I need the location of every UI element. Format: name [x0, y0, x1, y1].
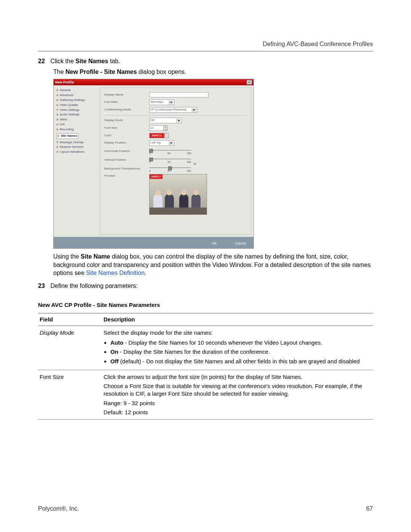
- separator: [104, 115, 247, 115]
- label-line-rate: Line Rate:: [104, 100, 149, 104]
- slider-mid: 50: [167, 152, 170, 155]
- label-conf-mode: Conferencing Mode:: [104, 108, 149, 112]
- sidebar-item-recording[interactable]: Recording: [57, 128, 99, 132]
- sub-bold: New Profile - Site Names: [65, 69, 137, 75]
- bg-trans-value: 50: [193, 162, 196, 166]
- ok-button[interactable]: OK: [203, 240, 226, 246]
- sidebar-item-general[interactable]: General: [57, 88, 99, 93]
- chevron-down-icon: [169, 101, 173, 104]
- opt-on-text: - Display the Site Names for the duratio…: [118, 348, 270, 355]
- display-position-select[interactable]: Left Top: [149, 140, 174, 146]
- dialog-sidebar: General Advanced Gathering Settings Vide…: [54, 85, 100, 237]
- horizontal-position-slider[interactable]: 0 50 100: [149, 148, 191, 155]
- conf-mode-value: CP (Continuous Presence): [150, 108, 186, 112]
- sidebar-item-site-names[interactable]: Site Names: [57, 133, 78, 139]
- slider-max: 100: [186, 152, 191, 155]
- opt-auto: Auto: [110, 339, 123, 346]
- slider-mid: 50: [167, 169, 170, 173]
- vertical-position-slider[interactable]: 0 50 100: [149, 157, 191, 163]
- cancel-button[interactable]: Cancel: [229, 240, 252, 246]
- dialog-main-panel: Display Name: Line Rate: 384 Kbps Confer…: [100, 88, 251, 235]
- step-22: 22 Click the Site Names tab.: [38, 57, 373, 66]
- new-profile-dialog: New Profile x General Advanced Gathering…: [53, 79, 254, 249]
- p-post: .: [145, 270, 146, 276]
- step-22-sub: The New Profile - Site Names dialog box …: [53, 68, 373, 76]
- desc-font-size: Click the arrows to adjust the font size…: [102, 370, 373, 419]
- table-row: Font Size Click the arrows to adjust the…: [38, 370, 373, 419]
- sidebar-item-advanced[interactable]: Advanced: [57, 93, 99, 97]
- label-bg-trans: Background Transparency:: [104, 167, 149, 171]
- sidebar-item-message-overlay[interactable]: Message Overlay: [57, 141, 99, 145]
- close-icon[interactable]: x: [247, 80, 252, 85]
- display-position-value: Left Top: [150, 141, 161, 145]
- step-text: Define the following parameters:: [49, 283, 138, 289]
- preview-tag: AaBbCc: [150, 174, 162, 179]
- chevron-down-icon: [192, 108, 196, 112]
- preview-image: AaBbCc: [149, 174, 207, 215]
- label-font-size: Font Size:: [104, 126, 149, 130]
- params-table: Field Description Display Mode Select th…: [38, 313, 373, 420]
- chevron-down-icon: [177, 119, 181, 123]
- sidebar-item-gathering[interactable]: Gathering Settings: [57, 98, 99, 102]
- using-paragraph: Using the Site Name dialog box, you can …: [53, 252, 373, 277]
- sidebar-item-audio-settings[interactable]: Audio Settings: [57, 113, 99, 117]
- display-mode-select[interactable]: Off: [149, 118, 182, 123]
- color-sample: AaBbCc: [149, 133, 164, 138]
- label-preview: Preview: [104, 174, 149, 178]
- line-rate-select[interactable]: 384 Kbps: [149, 99, 174, 105]
- bg-transparency-slider[interactable]: 0 50 100: [149, 165, 191, 172]
- chevron-down-icon: [164, 133, 169, 138]
- slider-min: 0: [149, 152, 151, 155]
- slider-min: 0: [149, 169, 151, 173]
- sidebar-item-ivr[interactable]: IVR: [57, 123, 99, 127]
- label-v-pos: Vertical Position:: [104, 158, 149, 162]
- field-font-size: Font Size: [38, 370, 102, 419]
- line-rate-value: 384 Kbps: [150, 100, 163, 104]
- list-item: Auto - Display the Site Names for 10 sec…: [110, 339, 371, 347]
- font-size-stepper[interactable]: 12▲▼: [149, 125, 168, 131]
- p2: Choose a Font Size that is suitable for …: [104, 382, 371, 398]
- dialog-footer: OK Cancel: [54, 237, 253, 248]
- dialog-titlebar: New Profile x: [54, 79, 253, 85]
- display-mode-value: Off: [150, 118, 155, 123]
- slider-max: 100: [186, 160, 191, 164]
- sidebar-item-video-quality[interactable]: Video Quality: [57, 103, 99, 107]
- sidebar-item-skins[interactable]: Skins: [57, 118, 99, 122]
- sub-pre: The: [53, 69, 65, 75]
- opt-off-text: (default) - Do not display the Site Name…: [119, 358, 360, 364]
- th-description: Description: [102, 313, 373, 326]
- opt-auto-text: - Display the Site Names for 10 seconds …: [123, 339, 322, 346]
- page-number: 67: [366, 505, 373, 513]
- conf-mode-select[interactable]: CP (Continuous Presence): [149, 107, 197, 113]
- p4: Default: 12 points: [104, 409, 371, 416]
- list-item: Off (default) - Do not display the Site …: [110, 358, 371, 365]
- step-number: 22: [38, 57, 49, 66]
- list-item: On - Display the Site Names for the dura…: [110, 348, 371, 356]
- table-caption: New AVC CP Profile - Site Names Paramete…: [38, 301, 373, 309]
- label-display-name: Display Name:: [104, 93, 149, 97]
- site-names-definition-link[interactable]: Site Names Definition: [86, 270, 145, 276]
- label-display-mode: Display Mode:: [104, 118, 149, 123]
- color-picker[interactable]: AaBbCc: [149, 133, 169, 138]
- slider-min: 0: [149, 160, 151, 164]
- label-display-pos: Display Position:: [104, 141, 149, 145]
- display-name-input[interactable]: [149, 92, 209, 97]
- sidebar-item-video-settings[interactable]: Video Settings: [57, 108, 99, 112]
- p-bold: Site Name: [81, 253, 110, 260]
- p-pre: Using the: [53, 253, 81, 260]
- chevron-down-icon[interactable]: ▼: [164, 128, 167, 131]
- font-size-value: 12: [149, 125, 164, 131]
- chevron-down-icon: [169, 141, 173, 145]
- sidebar-item-layout-indications[interactable]: Layout Indications: [57, 150, 99, 154]
- step-23: 23 Define the following parameters:: [38, 282, 373, 290]
- p1: Click the arrows to adjust the font size…: [104, 373, 371, 381]
- opt-off: Off: [110, 358, 119, 364]
- dialog-screenshot: New Profile x General Advanced Gathering…: [53, 79, 373, 249]
- slider-max: 100: [186, 169, 191, 173]
- opt-on: On: [110, 348, 118, 355]
- label-h-pos: Horizontal Position:: [104, 149, 149, 153]
- running-header: Defining AVC-Based Conference Profiles: [263, 40, 373, 48]
- footer-company: Polycom®, Inc.: [38, 505, 79, 513]
- sub-post: dialog box opens.: [137, 69, 186, 75]
- sidebar-item-network-services[interactable]: Network Services: [57, 145, 99, 149]
